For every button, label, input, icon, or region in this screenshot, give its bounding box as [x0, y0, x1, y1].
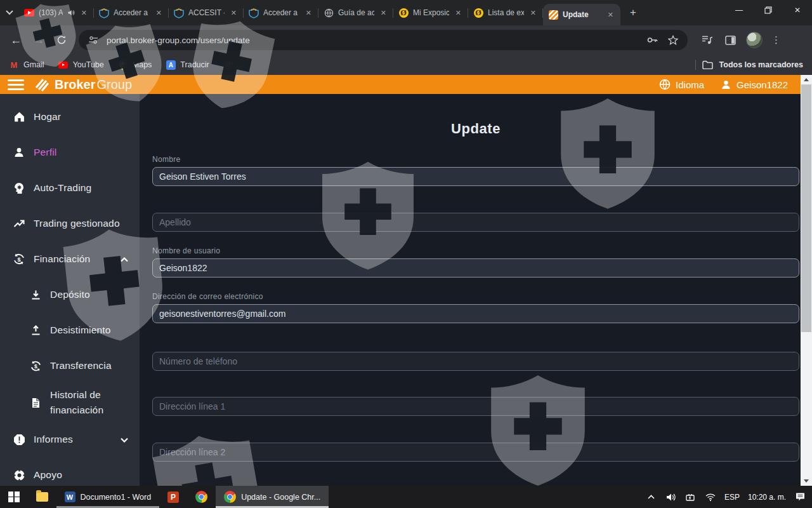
forward-button[interactable]: → [29, 30, 48, 50]
tab-close-icon[interactable]: ✕ [304, 8, 313, 18]
scrollbar-up-arrow[interactable] [801, 75, 812, 84]
tab-title: Lista de ex [488, 8, 524, 17]
toolbar-right-icons: ⋮ [700, 32, 781, 48]
language-selector[interactable]: Idioma [659, 79, 704, 90]
close-window-button[interactable]: ✕ [783, 0, 812, 20]
address-bar[interactable]: portal.broker-group.com/users/update [79, 30, 688, 50]
tab-youtube[interactable]: (103) A ✕ [19, 0, 94, 25]
broker-favicon [548, 10, 558, 20]
svg-text:$: $ [17, 257, 20, 263]
hamburger-menu-icon[interactable] [8, 79, 24, 90]
tab-search-button[interactable] [0, 0, 19, 25]
scrollbar-thumb[interactable] [801, 84, 811, 332]
powerpoint-icon: P [167, 491, 179, 503]
bookmark-star-icon[interactable] [666, 33, 680, 47]
notifications-icon[interactable] [794, 491, 806, 503]
sidebar-item-financiacion[interactable]: $ Financiación [0, 241, 140, 277]
tab-update-active[interactable]: Update ✕ [543, 4, 620, 25]
bookmark-unlabeled[interactable]: Ø [223, 60, 238, 70]
bookmark-traducir[interactable]: A Traducir [166, 60, 209, 70]
bookmark-label: Traducir [180, 60, 209, 69]
nombre-input[interactable] [152, 167, 799, 186]
tab-close-icon[interactable]: ✕ [454, 8, 463, 18]
tab-close-icon[interactable]: ✕ [379, 8, 388, 18]
page-scrollbar[interactable] [801, 75, 812, 486]
restore-button[interactable] [754, 0, 783, 20]
tab-acceder-2[interactable]: Acceder a ✕ [244, 0, 318, 25]
sidebar-item-label: Financiación [34, 253, 112, 265]
browser-toolbar: ← → portal.broker-group.com/users/update [0, 25, 812, 55]
site-settings-icon[interactable] [86, 33, 100, 47]
brand-bold-text: Broker [55, 77, 95, 92]
volume-icon[interactable] [665, 491, 677, 503]
shield-favicon [249, 8, 259, 18]
username-label: Geison1822 [737, 79, 788, 90]
sidebar-item-deposito[interactable]: Depósito [0, 277, 140, 312]
email-input[interactable] [152, 304, 799, 323]
sidebar-item-perfil[interactable]: Perfil [0, 135, 140, 170]
bookmark-maps[interactable]: Maps [118, 60, 152, 70]
password-key-icon[interactable] [646, 33, 660, 47]
sidebar-item-trading-gestionado[interactable]: Trading gestionado [0, 206, 140, 241]
main-panel: Update Nombre Nombre de usuario Direcció… [140, 94, 812, 486]
sidebar-item-historial[interactable]: Historial de financiación [0, 384, 140, 422]
profile-avatar[interactable] [746, 32, 763, 48]
sidebar-item-informes[interactable]: Informes [0, 422, 140, 457]
chrome-task-button[interactable]: Update - Google Chr... [216, 486, 329, 508]
desktop-screen: (103) A ✕ Acceder a ✕ ACCESIT - ✕ Accede… [0, 0, 812, 508]
sidebar-item-label: Depósito [50, 289, 128, 300]
tab-close-icon[interactable]: ✕ [528, 8, 538, 18]
sidebar-item-desistimiento[interactable]: Desistimiento [0, 312, 140, 348]
tab-title: Update [563, 10, 601, 19]
tab-close-icon[interactable]: ✕ [79, 8, 89, 18]
sidebar-item-auto-trading[interactable]: Auto-Trading [0, 170, 140, 206]
brand-logo[interactable]: Broker Group [34, 77, 132, 92]
reload-icon [56, 35, 67, 45]
tab-close-icon[interactable]: ✕ [154, 8, 164, 18]
tab-mi-exposicion[interactable]: Ø Mi Exposic ✕ [393, 0, 468, 25]
direccion-2-input[interactable] [152, 443, 799, 462]
tab-close-icon[interactable]: ✕ [606, 10, 615, 20]
bookmark-youtube[interactable]: YouTube [58, 60, 104, 70]
start-button[interactable] [0, 486, 28, 508]
tab-accesit[interactable]: ACCESIT - ✕ [169, 0, 244, 25]
tab-close-icon[interactable]: ✕ [229, 8, 239, 18]
url-text[interactable]: portal.broker-group.com/users/update [107, 36, 639, 45]
wifi-icon[interactable] [705, 491, 716, 503]
back-button[interactable]: ← [6, 30, 25, 50]
battery-charging-icon[interactable] [685, 491, 697, 503]
bookmark-gmail[interactable]: M Gmail [9, 60, 44, 70]
scrollbar-down-arrow[interactable] [801, 476, 812, 486]
translate-icon: A [166, 60, 176, 70]
minimize-button[interactable]: — [724, 0, 754, 20]
side-panel-icon[interactable] [723, 33, 737, 47]
tab-lista[interactable]: Ø Lista de ex ✕ [468, 0, 543, 25]
chrome-pinned-button[interactable] [187, 486, 216, 508]
reload-button[interactable] [52, 30, 71, 50]
browser-menu-icon[interactable]: ⋮ [771, 34, 781, 46]
tab-audio-icon[interactable] [67, 9, 75, 17]
tab-acceder-1[interactable]: Acceder a ✕ [94, 0, 169, 25]
sidebar-item-hogar[interactable]: Hogar [0, 99, 140, 135]
trending-up-icon [13, 217, 25, 230]
user-icon [721, 79, 731, 90]
user-menu[interactable]: Geison1822 [721, 79, 788, 90]
direccion-1-input[interactable] [152, 397, 799, 416]
hidden-icons-chevron[interactable] [646, 491, 657, 503]
sidebar-item-transferencia[interactable]: $ Transferencia [0, 348, 140, 384]
media-control-icon[interactable] [700, 33, 714, 47]
file-explorer-button[interactable] [28, 486, 56, 508]
word-task-button[interactable]: W Documento1 - Word [56, 486, 160, 508]
clock[interactable]: 10:20 a. m. [748, 493, 786, 502]
new-tab-button[interactable]: + [624, 4, 642, 22]
usuario-input[interactable] [152, 258, 799, 277]
powerpoint-button[interactable]: P [159, 486, 187, 508]
all-bookmarks[interactable]: Todos los marcadores [695, 60, 803, 70]
sidebar-item-label: Trading gestionado [34, 218, 128, 229]
telefono-input[interactable] [152, 352, 799, 371]
keyboard-language[interactable]: ESP [724, 493, 740, 502]
globe-favicon [324, 8, 334, 18]
apellido-input[interactable] [152, 213, 799, 232]
content-area: Hogar Perfil Auto-Trading Trading gestio… [0, 94, 812, 486]
tab-guia[interactable]: Guía de ac ✕ [318, 0, 393, 25]
